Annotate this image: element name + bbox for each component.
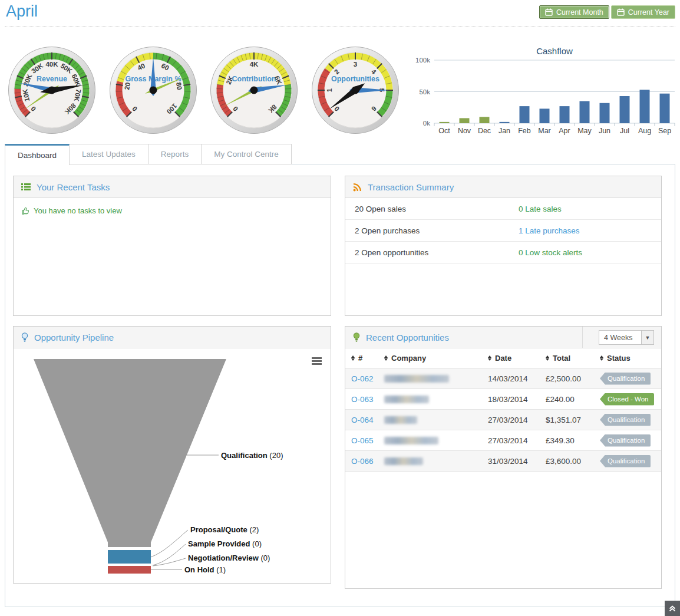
svg-text:Revenue: Revenue <box>37 75 67 83</box>
tab-my-control-centre[interactable]: My Control Centre <box>202 144 292 164</box>
svg-text:Jun: Jun <box>599 127 610 135</box>
sort-icon <box>600 355 603 361</box>
calendar-icon <box>545 8 553 16</box>
current-month-label: Current Month <box>556 8 603 17</box>
svg-text:On Hold (1): On Hold (1) <box>184 565 226 574</box>
column-header-total[interactable]: Total <box>546 354 600 363</box>
open-count-text: 20 Open sales <box>355 205 519 213</box>
column-label: Company <box>391 354 426 363</box>
total-cell: £2,500.00 <box>546 374 600 383</box>
alert-count-link[interactable]: 1 Late purchases <box>519 226 580 235</box>
column-header-company[interactable]: Company <box>384 354 488 363</box>
pipeline-funnel-chart: Qualification (20)Proposal/Quote (2)Samp… <box>14 349 331 584</box>
opportunity-pipeline-panel: Opportunity Pipeline Qualification (20)P… <box>13 326 331 584</box>
opportunity-link[interactable]: O-063 <box>351 395 384 404</box>
panel-header: Transaction Summary <box>345 176 661 198</box>
svg-text:Sep: Sep <box>658 127 671 135</box>
svg-text:1: 1 <box>326 88 333 92</box>
recent-tasks-panel: Your Recent Tasks You have no tasks to v… <box>13 176 331 316</box>
panel-header: Recent Opportunities 4 Weeks ▼ <box>345 327 661 348</box>
current-year-button[interactable]: Current Year <box>611 5 675 19</box>
scroll-to-top-button[interactable] <box>665 601 680 616</box>
svg-text:4K: 4K <box>250 61 259 68</box>
date-cell: 27/03/2014 <box>488 436 546 445</box>
status-badge: Qualification <box>600 455 651 467</box>
table-body: O-06214/03/2014£2,500.00QualificationO-0… <box>345 368 661 472</box>
panel-title: Recent Opportunities <box>366 332 449 342</box>
current-year-label: Current Year <box>628 8 669 17</box>
header-divider <box>582 327 583 348</box>
svg-text:Jul: Jul <box>620 127 629 135</box>
date-cell: 27/03/2014 <box>488 416 546 424</box>
sort-icon <box>488 355 491 361</box>
svg-text:Feb: Feb <box>518 127 531 135</box>
company-redacted <box>384 437 488 444</box>
rss-icon <box>353 183 362 192</box>
opportunity-link[interactable]: O-065 <box>351 436 384 445</box>
table-row: O-06427/03/2014$1,351.07Qualification <box>345 410 661 430</box>
current-month-button[interactable]: Current Month <box>539 5 609 19</box>
panel-title: Your Recent Tasks <box>37 182 110 192</box>
svg-text:Jan: Jan <box>499 127 510 135</box>
column-header-status[interactable]: Status <box>600 354 661 363</box>
redaction-blur <box>384 437 438 444</box>
lightbulb-icon <box>21 332 28 342</box>
period-select[interactable]: 4 Weeks ▼ <box>599 330 654 345</box>
column-label: Total <box>553 354 570 363</box>
period-select-value: 4 Weeks <box>599 334 641 342</box>
company-redacted <box>384 457 488 465</box>
alert-count-link[interactable]: 0 Late sales <box>519 205 562 213</box>
svg-text:100k: 100k <box>415 57 430 64</box>
header-divider <box>5 26 675 27</box>
svg-text:40K: 40K <box>45 61 58 68</box>
alert-count-link[interactable]: 0 Low stock alerts <box>519 248 582 257</box>
svg-text:Mar: Mar <box>538 127 551 135</box>
table-row: O-06214/03/2014£2,500.00Qualification <box>345 368 661 389</box>
column-label: Date <box>495 354 511 363</box>
chevron-down-icon: ▼ <box>641 331 653 344</box>
svg-text:Contribution: Contribution <box>232 75 276 83</box>
svg-text:Dec: Dec <box>478 127 491 135</box>
tab-label: Dashboard <box>18 151 57 160</box>
column-label: # <box>358 354 362 363</box>
dashboard-page: April Current Month Current Year 010K20K… <box>0 0 680 616</box>
column-header-date[interactable]: Date <box>488 354 546 363</box>
thumbs-up-icon <box>22 207 30 215</box>
transaction-row: 2 Open purchases1 Late purchases <box>345 220 661 242</box>
tab-dashboard[interactable]: Dashboard <box>5 144 70 165</box>
redaction-blur <box>384 396 429 403</box>
open-count-text: 2 Open opportunities <box>355 248 519 257</box>
opportunity-link[interactable]: O-062 <box>351 374 384 383</box>
transaction-row: 2 Open opportunities0 Low stock alerts <box>345 242 661 263</box>
opportunity-link[interactable]: O-064 <box>351 416 384 424</box>
svg-text:Qualification (20): Qualification (20) <box>221 451 283 460</box>
hamburger-icon[interactable] <box>312 357 322 365</box>
column-header-[interactable]: # <box>351 354 384 363</box>
table-row: O-06527/03/2014£349.30Qualification <box>345 430 661 451</box>
tab-latest-updates[interactable]: Latest Updates <box>70 144 148 164</box>
svg-text:May: May <box>577 127 592 135</box>
tasks-empty-state: You have no tasks to view <box>14 198 331 223</box>
svg-text:Opportunities: Opportunities <box>331 75 379 83</box>
tab-reports[interactable]: Reports <box>148 144 202 164</box>
cashflow-chart: Cashflow100k50k0kOctNovDecJanFebMarAprMa… <box>408 45 679 138</box>
panel-title: Opportunity Pipeline <box>34 332 114 342</box>
company-redacted <box>384 375 488 383</box>
company-redacted <box>384 396 488 403</box>
sort-icon <box>546 355 549 361</box>
svg-text:Apr: Apr <box>559 127 570 135</box>
svg-text:Cashflow: Cashflow <box>536 46 573 56</box>
redaction-blur <box>384 416 417 424</box>
transaction-row: 20 Open sales0 Late sales <box>345 198 661 220</box>
opportunities-gauge: 0123456Opportunities <box>311 45 400 135</box>
redaction-blur <box>384 375 449 383</box>
list-icon <box>21 183 31 191</box>
opportunity-link[interactable]: O-066 <box>351 457 384 466</box>
status-badge: Qualification <box>600 414 651 426</box>
tab-content: Your Recent Tasks You have no tasks to v… <box>5 164 675 607</box>
transaction-rows: 20 Open sales0 Late sales2 Open purchase… <box>345 198 661 263</box>
svg-text:Proposal/Quote (2): Proposal/Quote (2) <box>190 525 259 534</box>
chevron-up-icon <box>668 604 676 612</box>
date-cell: 14/03/2014 <box>488 374 546 383</box>
svg-text:Aug: Aug <box>638 127 651 135</box>
